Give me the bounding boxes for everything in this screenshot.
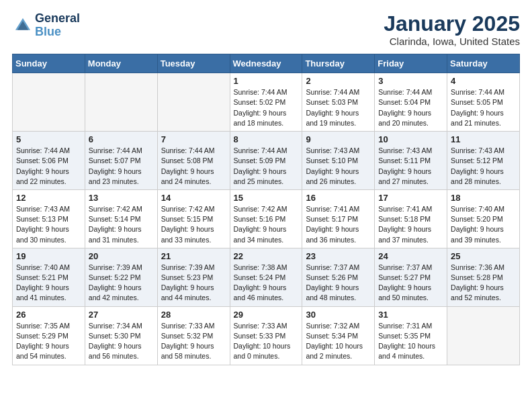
day-header-monday: Monday bbox=[85, 54, 157, 73]
day-info: Sunrise: 7:33 AMSunset: 5:33 PMDaylight:… bbox=[234, 321, 299, 362]
calendar-cell: 15Sunrise: 7:42 AMSunset: 5:16 PMDayligh… bbox=[230, 189, 302, 248]
week-row-3: 12Sunrise: 7:43 AMSunset: 5:13 PMDayligh… bbox=[13, 189, 520, 248]
day-number: 1 bbox=[234, 76, 299, 86]
day-info: Sunrise: 7:44 AMSunset: 5:05 PMDaylight:… bbox=[451, 87, 516, 128]
logo-line2: Blue bbox=[35, 26, 80, 39]
day-info: Sunrise: 7:42 AMSunset: 5:15 PMDaylight:… bbox=[161, 204, 226, 245]
day-info: Sunrise: 7:39 AMSunset: 5:23 PMDaylight:… bbox=[161, 263, 226, 304]
calendar-cell: 18Sunrise: 7:40 AMSunset: 5:20 PMDayligh… bbox=[447, 189, 520, 248]
calendar-cell: 1Sunrise: 7:44 AMSunset: 5:02 PMDaylight… bbox=[230, 73, 302, 132]
day-info: Sunrise: 7:44 AMSunset: 5:06 PMDaylight:… bbox=[16, 146, 81, 187]
title-block: January 2025 Clarinda, Iowa, United Stat… bbox=[384, 12, 520, 47]
day-info: Sunrise: 7:44 AMSunset: 5:04 PMDaylight:… bbox=[378, 87, 443, 128]
calendar-cell: 20Sunrise: 7:39 AMSunset: 5:22 PMDayligh… bbox=[85, 248, 157, 306]
day-number: 26 bbox=[16, 310, 81, 320]
day-number: 12 bbox=[16, 193, 81, 203]
calendar-cell: 17Sunrise: 7:41 AMSunset: 5:18 PMDayligh… bbox=[375, 189, 447, 248]
week-row-5: 26Sunrise: 7:35 AMSunset: 5:29 PMDayligh… bbox=[13, 306, 520, 365]
day-number: 27 bbox=[89, 310, 154, 320]
day-number: 9 bbox=[306, 134, 371, 144]
day-number: 23 bbox=[306, 251, 371, 261]
day-info: Sunrise: 7:40 AMSunset: 5:21 PMDaylight:… bbox=[16, 263, 81, 304]
day-info: Sunrise: 7:34 AMSunset: 5:30 PMDaylight:… bbox=[89, 321, 154, 362]
day-info: Sunrise: 7:44 AMSunset: 5:09 PMDaylight:… bbox=[234, 146, 299, 187]
day-header-thursday: Thursday bbox=[302, 54, 375, 73]
day-info: Sunrise: 7:43 AMSunset: 5:11 PMDaylight:… bbox=[378, 146, 443, 187]
calendar-cell: 22Sunrise: 7:38 AMSunset: 5:24 PMDayligh… bbox=[230, 248, 302, 306]
day-info: Sunrise: 7:40 AMSunset: 5:20 PMDaylight:… bbox=[451, 204, 516, 245]
day-info: Sunrise: 7:44 AMSunset: 5:07 PMDaylight:… bbox=[89, 146, 154, 187]
day-info: Sunrise: 7:43 AMSunset: 5:10 PMDaylight:… bbox=[306, 146, 371, 187]
day-info: Sunrise: 7:42 AMSunset: 5:14 PMDaylight:… bbox=[89, 204, 154, 245]
calendar-cell: 13Sunrise: 7:42 AMSunset: 5:14 PMDayligh… bbox=[85, 189, 157, 248]
day-info: Sunrise: 7:42 AMSunset: 5:16 PMDaylight:… bbox=[234, 204, 299, 245]
day-number: 3 bbox=[378, 76, 443, 86]
calendar-cell: 24Sunrise: 7:37 AMSunset: 5:27 PMDayligh… bbox=[375, 248, 447, 306]
day-header-friday: Friday bbox=[375, 54, 447, 73]
calendar-cell: 29Sunrise: 7:33 AMSunset: 5:33 PMDayligh… bbox=[230, 306, 302, 365]
calendar-cell: 16Sunrise: 7:41 AMSunset: 5:17 PMDayligh… bbox=[302, 189, 375, 248]
calendar-cell: 31Sunrise: 7:31 AMSunset: 5:35 PMDayligh… bbox=[375, 306, 447, 365]
calendar-cell: 6Sunrise: 7:44 AMSunset: 5:07 PMDaylight… bbox=[85, 132, 157, 190]
calendar-cell: 19Sunrise: 7:40 AMSunset: 5:21 PMDayligh… bbox=[13, 248, 85, 306]
calendar-cell: 8Sunrise: 7:44 AMSunset: 5:09 PMDaylight… bbox=[230, 132, 302, 190]
week-row-2: 5Sunrise: 7:44 AMSunset: 5:06 PMDaylight… bbox=[13, 132, 520, 190]
day-number: 6 bbox=[89, 134, 154, 144]
day-number: 15 bbox=[234, 193, 299, 203]
day-number: 11 bbox=[451, 134, 516, 144]
day-number: 16 bbox=[306, 193, 371, 203]
day-number: 2 bbox=[306, 76, 371, 86]
day-info: Sunrise: 7:43 AMSunset: 5:12 PMDaylight:… bbox=[451, 146, 516, 187]
day-info: Sunrise: 7:32 AMSunset: 5:34 PMDaylight:… bbox=[306, 321, 371, 362]
day-number: 10 bbox=[378, 134, 443, 144]
calendar-cell bbox=[85, 73, 157, 132]
day-info: Sunrise: 7:44 AMSunset: 5:03 PMDaylight:… bbox=[306, 87, 371, 128]
day-number: 31 bbox=[378, 310, 443, 320]
calendar-cell: 2Sunrise: 7:44 AMSunset: 5:03 PMDaylight… bbox=[302, 73, 375, 132]
day-header-saturday: Saturday bbox=[447, 54, 520, 73]
day-info: Sunrise: 7:37 AMSunset: 5:27 PMDaylight:… bbox=[378, 263, 443, 304]
calendar-cell: 26Sunrise: 7:35 AMSunset: 5:29 PMDayligh… bbox=[13, 306, 85, 365]
calendar-cell bbox=[447, 306, 520, 365]
calendar-cell: 14Sunrise: 7:42 AMSunset: 5:15 PMDayligh… bbox=[157, 189, 230, 248]
calendar-cell: 12Sunrise: 7:43 AMSunset: 5:13 PMDayligh… bbox=[13, 189, 85, 248]
calendar-cell bbox=[157, 73, 230, 132]
day-info: Sunrise: 7:43 AMSunset: 5:13 PMDaylight:… bbox=[16, 204, 81, 245]
day-number: 29 bbox=[234, 310, 299, 320]
day-info: Sunrise: 7:41 AMSunset: 5:18 PMDaylight:… bbox=[378, 204, 443, 245]
day-info: Sunrise: 7:37 AMSunset: 5:26 PMDaylight:… bbox=[306, 263, 371, 304]
calendar-body: 1Sunrise: 7:44 AMSunset: 5:02 PMDaylight… bbox=[13, 73, 520, 365]
day-number: 13 bbox=[89, 193, 154, 203]
logo: General Blue bbox=[12, 12, 80, 39]
day-info: Sunrise: 7:39 AMSunset: 5:22 PMDaylight:… bbox=[89, 263, 154, 304]
logo-line1: General bbox=[35, 12, 80, 26]
calendar-cell: 7Sunrise: 7:44 AMSunset: 5:08 PMDaylight… bbox=[157, 132, 230, 190]
calendar-cell: 9Sunrise: 7:43 AMSunset: 5:10 PMDaylight… bbox=[302, 132, 375, 190]
calendar-table: SundayMondayTuesdayWednesdayThursdayFrid… bbox=[12, 54, 520, 365]
day-number: 22 bbox=[234, 251, 299, 261]
calendar-cell: 28Sunrise: 7:33 AMSunset: 5:32 PMDayligh… bbox=[157, 306, 230, 365]
calendar-cell: 11Sunrise: 7:43 AMSunset: 5:12 PMDayligh… bbox=[447, 132, 520, 190]
calendar-cell: 3Sunrise: 7:44 AMSunset: 5:04 PMDaylight… bbox=[375, 73, 447, 132]
day-header-tuesday: Tuesday bbox=[157, 54, 230, 73]
day-number: 25 bbox=[451, 251, 516, 261]
day-number: 17 bbox=[378, 193, 443, 203]
day-number: 18 bbox=[451, 193, 516, 203]
calendar-cell bbox=[13, 73, 85, 132]
day-header-sunday: Sunday bbox=[13, 54, 85, 73]
day-number: 14 bbox=[161, 193, 226, 203]
logo-icon bbox=[13, 16, 32, 35]
calendar-cell: 27Sunrise: 7:34 AMSunset: 5:30 PMDayligh… bbox=[85, 306, 157, 365]
day-number: 24 bbox=[378, 251, 443, 261]
calendar-cell: 25Sunrise: 7:36 AMSunset: 5:28 PMDayligh… bbox=[447, 248, 520, 306]
week-row-4: 19Sunrise: 7:40 AMSunset: 5:21 PMDayligh… bbox=[13, 248, 520, 306]
calendar-cell: 21Sunrise: 7:39 AMSunset: 5:23 PMDayligh… bbox=[157, 248, 230, 306]
day-info: Sunrise: 7:44 AMSunset: 5:02 PMDaylight:… bbox=[234, 87, 299, 128]
day-number: 30 bbox=[306, 310, 371, 320]
day-info: Sunrise: 7:44 AMSunset: 5:08 PMDaylight:… bbox=[161, 146, 226, 187]
day-number: 19 bbox=[16, 251, 81, 261]
day-number: 8 bbox=[234, 134, 299, 144]
month-title: January 2025 bbox=[384, 12, 520, 36]
calendar-cell: 10Sunrise: 7:43 AMSunset: 5:11 PMDayligh… bbox=[375, 132, 447, 190]
calendar-header: SundayMondayTuesdayWednesdayThursdayFrid… bbox=[13, 54, 520, 73]
